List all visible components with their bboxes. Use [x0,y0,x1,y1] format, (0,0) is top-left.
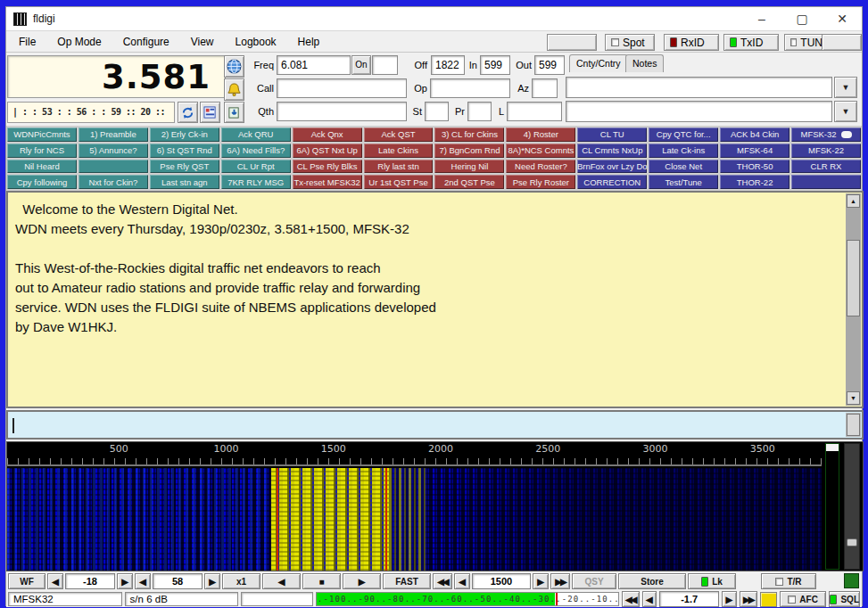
store-button[interactable]: Store [618,573,686,589]
macro-button[interactable]: Ack QRU [221,127,291,142]
shift-right-button[interactable]: ▶ [343,573,381,589]
title-bar[interactable]: fldigi – ▢ ✕ [6,7,862,31]
waterfall-slider-handle[interactable] [847,538,857,546]
waterfall-display[interactable] [7,468,822,571]
macro-button[interactable]: Cpy QTC for... [649,127,718,142]
log-browser-button[interactable] [200,102,220,123]
macro-button[interactable]: 6A) Need Fills? [221,144,291,158]
waterfall-widget[interactable]: 500100015002000250030003500 [6,441,864,571]
macro-button[interactable]: 6) St QST Rnd [150,144,219,158]
menu-file[interactable]: File [8,32,46,52]
macro-button[interactable]: 4) Roster [506,127,575,142]
macro-button[interactable]: THOR-50 [720,160,789,174]
macro-button[interactable]: CLR RX [791,160,861,174]
macro-button[interactable]: MFSK-32 [791,127,861,142]
macro-button[interactable]: CL Ur Rpt [221,160,291,174]
carrier-rew[interactable]: ◀◀ [433,573,452,589]
macro-button[interactable]: Hering Nil [434,160,504,174]
tr-toggle[interactable]: T/R [761,573,816,589]
menu-logbook[interactable]: Logbook [225,32,287,52]
sql-toggle[interactable]: SQL [829,591,860,607]
tx-scrollbar[interactable] [846,413,861,437]
on-button[interactable]: On [351,55,371,75]
country-combo[interactable]: ▼ [566,77,857,98]
macro-button[interactable]: 1) Preamble [79,127,148,142]
notes-combo-value[interactable] [566,101,832,122]
macro-button[interactable]: 7KR RLY MSG [221,175,291,189]
signal-lower-value[interactable]: -18 [65,573,115,589]
rx-scrollbar-thumb[interactable] [847,240,860,316]
macro-button[interactable]: THOR-22 [720,175,789,189]
macro-button[interactable]: 7) BgnCom Rnd [434,144,504,158]
lock-toggle[interactable]: Lk [688,573,736,589]
country-combo-value[interactable] [566,77,832,98]
menu-help[interactable]: Help [287,32,331,52]
macro-button[interactable]: Cpy following [7,175,77,189]
shift-left-button[interactable]: ◀ [262,573,301,589]
macro-button[interactable]: MFSK-64 [720,144,789,158]
waterfall-slider[interactable] [844,443,860,570]
macro-button[interactable]: Late Ck-ins [649,144,718,158]
tab-cnty-cntry[interactable]: Cnty/Cntry [569,54,628,72]
transmit-pane[interactable] [6,410,864,440]
macro-button[interactable]: 3) CL for Ckins [434,127,504,142]
chevron-down-icon[interactable]: ▼ [834,77,857,98]
macro-button[interactable] [791,175,861,189]
chevron-down-icon[interactable]: ▼ [834,101,857,122]
macro-button[interactable]: Ur 1st QST Pse [364,175,434,189]
clear-log-button[interactable] [224,102,244,123]
qth-input[interactable] [277,102,407,121]
tr-checkbox[interactable] [775,578,783,586]
offset-rew[interactable]: ◀◀ [622,591,640,607]
txid-toggle[interactable]: TxID [723,34,779,51]
carrier-inc[interactable]: ▶ [533,573,549,589]
macro-button[interactable]: Late Ckins [364,144,434,158]
offset-fwd[interactable]: ▶▶ [740,591,757,607]
tune-checkbox[interactable] [790,38,797,46]
rst-out-input[interactable] [534,55,565,75]
freq-input[interactable] [277,55,351,75]
st-input[interactable] [425,102,449,121]
macro-button[interactable]: 6A) QST Nxt Up [293,144,362,158]
afc-checkbox[interactable] [788,596,796,604]
close-button[interactable]: ✕ [823,7,862,31]
pr-input[interactable] [467,102,492,121]
menu-configure[interactable]: Configure [112,32,180,52]
macro-button[interactable]: CORRECTION [577,175,647,189]
offset-value[interactable]: -1.7 [659,591,719,607]
zoom-button[interactable]: x1 [222,573,260,589]
spot-checkbox[interactable] [611,38,619,46]
signal-lower-inc[interactable]: ▶ [117,573,133,589]
carrier-dec[interactable]: ◀ [454,573,470,589]
op-input[interactable] [430,78,510,98]
macro-button[interactable]: Tx-reset MFSK32 [293,175,362,189]
spot-toggle[interactable]: Spot [605,34,655,51]
offset-dec[interactable]: ◀ [642,591,657,607]
signal-upper-inc[interactable]: ▶ [204,573,220,589]
menu-op-mode[interactable]: Op Mode [46,32,112,52]
sync-arrows-button[interactable] [178,102,198,123]
bandwidth-marker[interactable] [280,462,385,466]
tx-scrollbar-thumb[interactable] [847,414,860,436]
afc-toggle[interactable]: AFC [780,591,827,607]
macro-button[interactable] [79,160,148,174]
band-select-display[interactable]: | : : 53 : : 56 : : 59 :: 20 :: 40 :: | [7,102,175,123]
macro-button[interactable]: 8A)*NCS Comnts [506,144,575,158]
macro-button[interactable]: 2) Erly Ck-in [150,127,219,142]
signal-lower-dec[interactable]: ◀ [47,573,63,589]
macro-button[interactable]: Nxt for Ckin? [79,175,148,189]
time-on-input[interactable] [372,55,398,75]
carrier-value[interactable]: 1500 [472,573,531,589]
minimize-button[interactable]: – [742,7,781,31]
macro-button[interactable]: ACK b4 Ckin [720,127,789,142]
macro-button[interactable]: Rly for NCS [7,144,77,158]
mode-status[interactable]: MFSK32 [8,592,122,606]
macro-button[interactable]: Need Roster? [506,160,575,174]
rst-in-input[interactable] [480,55,510,75]
wf-mode-button[interactable]: WF [8,573,45,589]
rx-scrollbar[interactable]: ▲ ▼ [846,193,861,406]
macro-button[interactable]: Nil Heard [7,160,77,174]
macro-button[interactable]: Rly last stn [364,160,434,174]
qsy-button[interactable]: QSY [572,573,616,589]
scroll-up-icon[interactable]: ▲ [847,194,860,208]
